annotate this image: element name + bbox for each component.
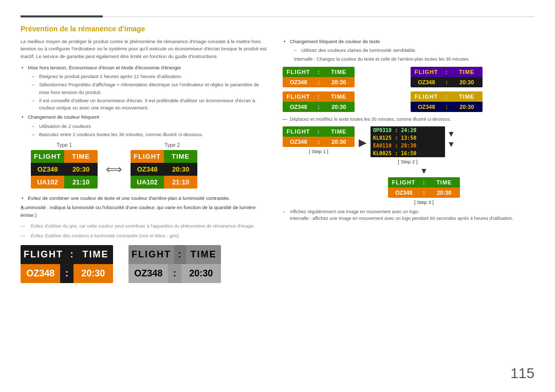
bb1-r1c3: 20:30: [73, 264, 113, 283]
bullet-item-1: Mise hors tension, Économiseur d'écran e…: [21, 64, 267, 112]
step2-scroll-board: OP0310 : 24:20 KL0125 : 13:50 EA0110 : 2…: [371, 126, 445, 157]
intro-text: Le meilleur moyen de protéger le produit…: [21, 38, 267, 60]
sub-item-1-2: Sélectionnez Propriétés d'affichage > Al…: [32, 81, 267, 96]
bottom-dash-text: – Affichez régulièrement une image en mo…: [283, 209, 534, 214]
steps-container: FLIGHT : TIME OZ348 : 20:30 [ Step 1 ] ▶: [283, 126, 534, 164]
right-sub-1: Utilisez des couleurs claires de luminos…: [294, 47, 534, 54]
s1-r3: 20:30: [323, 137, 355, 147]
grid-board-2: FLIGHT : TIME OZ348 : 20:30: [411, 67, 483, 87]
grid-board-4: FLIGHT : TIME OZ348 : 20:30: [411, 91, 483, 112]
grid-board-1: FLIGHT : TIME OZ348 : 20:30: [283, 67, 355, 87]
right-bullet-1: Changement fréquent de couleur de texte …: [283, 38, 534, 63]
swap-arrow: ⟺: [106, 163, 122, 176]
type2-row2: UA102 21:10: [131, 176, 197, 189]
bb2-r1c1: OZ348: [128, 264, 168, 283]
step2-to-step3-arrow: ▼: [420, 166, 428, 176]
gb3-hc: :: [314, 91, 323, 102]
avoid-list: Évitez de combiner une couleur de texte …: [21, 195, 267, 219]
bb2-r1c3: 20:30: [181, 264, 221, 283]
gb1-r3: 20:30: [323, 77, 355, 87]
type1-header: FLIGHT TIME: [31, 150, 98, 163]
step1-label: [ Step 1 ]: [309, 148, 328, 154]
dash-text-steps: – Déplacez et modifiez le texte toutes l…: [283, 116, 534, 123]
gb2-ht: TIME: [451, 67, 483, 77]
gb4-ht: TIME: [451, 91, 483, 102]
gb3-ht: TIME: [323, 91, 355, 102]
bb1-header: FLIGHT : TIME: [21, 245, 113, 264]
s3-row: OZ348 : 20:30: [388, 188, 460, 198]
page-container: Prévention de la rémanence d'image Le me…: [0, 0, 555, 392]
left-column: Le meilleur moyen de protéger le produit…: [21, 38, 267, 283]
s1-hc: :: [314, 126, 323, 137]
s3-ht: TIME: [429, 177, 460, 188]
gb1-row: OZ348 : 20:30: [283, 77, 355, 87]
bb1-r1c1: OZ348: [21, 264, 60, 283]
sub-list-1: Éteignez le produit pendant 2 heures apr…: [32, 73, 267, 111]
bb1-row1: OZ348 : 20:30: [21, 264, 113, 283]
type2-header: FLIGHT TIME: [131, 150, 197, 163]
type1-header-flight: FLIGHT: [31, 150, 64, 163]
s3-hf: FLIGHT: [388, 177, 419, 188]
step2-label: [ Step 2 ]: [398, 159, 417, 164]
gb1-r2: :: [314, 77, 323, 87]
bb2-h-flight: FLIGHT: [128, 245, 174, 264]
type1-r1c2: 20:30: [64, 163, 98, 176]
step2-col: OP0310 : 24:20 KL0125 : 13:50 EA0110 : 2…: [371, 126, 445, 164]
down-arrow-1: ▼: [447, 129, 455, 139]
bb1-r1c2: :: [60, 264, 73, 283]
dash-text-1: Évitez d'utiliser du gris, car cette cou…: [21, 223, 267, 230]
scroll-row-3: EA0110 : 20:30: [371, 142, 445, 150]
sub-list-2: Utilisation de 2 couleurs Basculez entre…: [32, 123, 267, 139]
bottom-texts: – Affichez régulièrement une image en mo…: [283, 209, 534, 222]
gb3-r1: OZ348: [283, 102, 314, 112]
type1-r1c1: OZ348: [31, 163, 64, 176]
gb3-r2: :: [314, 102, 323, 112]
dash-text-2: Évitez d'utiliser des couleurs à luminos…: [21, 233, 267, 240]
grid-board-3: FLIGHT : TIME OZ348 : 20:30: [283, 91, 355, 112]
rule-light: [103, 16, 534, 17]
bb1-h-time: TIME: [78, 245, 113, 264]
s3-r3: 20:30: [429, 188, 460, 198]
type1-header-time: TIME: [64, 150, 98, 163]
s1-row: OZ348 : 20:30: [283, 137, 355, 147]
type1-row1: OZ348 20:30: [31, 163, 98, 176]
type2-r2c2: 21:10: [164, 176, 197, 189]
bottom-board2: FLIGHT : TIME OZ348 : 20:30: [128, 245, 221, 283]
right-bullet-list: Changement fréquent de couleur de texte …: [283, 38, 534, 63]
type2-board: FLIGHT TIME OZ348 20:30 UA102 21:10: [131, 150, 197, 189]
s1-ht: TIME: [323, 126, 355, 137]
gb4-r3: 20:30: [451, 102, 483, 112]
bb2-header: FLIGHT : TIME: [128, 245, 221, 264]
step1-to-step2-arrow: ▶: [359, 136, 366, 148]
bullet-item-2: Changement de couleur fréquent Utilisati…: [21, 114, 267, 138]
gb4-r1: OZ348: [411, 102, 442, 112]
type2-header-time: TIME: [164, 150, 197, 163]
type2-header-flight: FLIGHT: [131, 150, 164, 163]
boards-grid: FLIGHT : TIME OZ348 : 20:30 FLIGHT :: [283, 67, 534, 112]
type1-r2c1: UA102: [31, 176, 64, 189]
step1-board: FLIGHT : TIME OZ348 : 20:30: [283, 126, 355, 147]
scroll-row-1: OP0310 : 24:20: [371, 126, 445, 134]
s3-hc: :: [419, 177, 428, 188]
s3-r2: :: [419, 188, 428, 198]
bottom-board1: FLIGHT : TIME OZ348 : 20:30: [21, 245, 113, 283]
double-arrows: ▼ ▼: [447, 129, 455, 149]
bb2-r1c2: :: [168, 264, 181, 283]
s1-r2: :: [314, 137, 323, 147]
gb2-header: FLIGHT : TIME: [411, 67, 483, 77]
s3-r1: OZ348: [388, 188, 419, 198]
bb1-h-colon: :: [66, 245, 78, 264]
s1-r1: OZ348: [283, 137, 314, 147]
bb1-h-flight: FLIGHT: [21, 245, 66, 264]
scroll-row-2: KL0125 : 13:50: [371, 134, 445, 142]
down-arrow-2: ▼: [447, 140, 455, 149]
step1-col: FLIGHT : TIME OZ348 : 20:30 [ Step 1 ]: [283, 126, 355, 154]
type2-r1c1: OZ348: [131, 163, 164, 176]
gb2-hc: :: [442, 67, 451, 77]
gb1-r1: OZ348: [283, 77, 314, 87]
types-row: FLIGHT TIME OZ348 20:30 UA102 21:10 ⟺: [21, 150, 267, 189]
bb2-h-colon: :: [174, 245, 186, 264]
top-rule: [21, 15, 534, 17]
gb2-hf: FLIGHT: [411, 67, 442, 77]
avoid-item-2: (Luminosité : indique la luminosité ou l…: [21, 204, 267, 219]
